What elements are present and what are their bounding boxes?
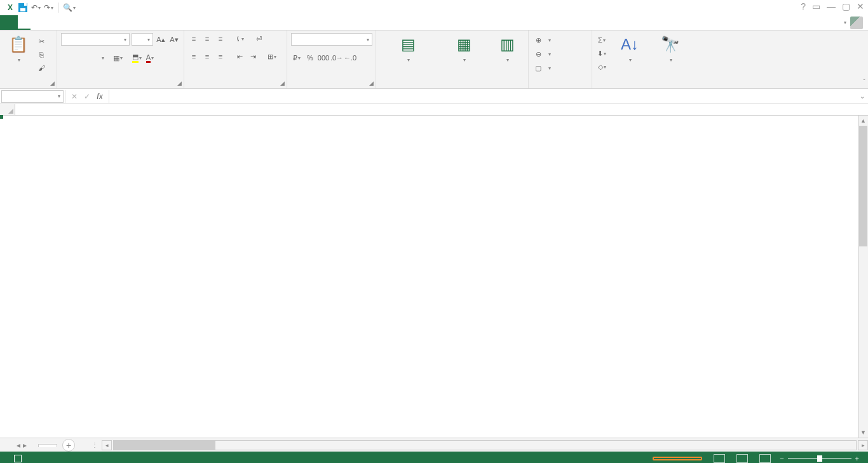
zoom-thumb[interactable] [817,455,822,462]
underline-button[interactable] [88,52,99,64]
maximize-icon[interactable]: ▢ [842,1,850,11]
font-size-combo[interactable]: ▾ [132,33,153,46]
fill-color-icon[interactable]: ⬒▾ [131,52,142,64]
percent-icon[interactable]: % [304,52,316,64]
copy-icon[interactable]: ⎘ [36,49,47,60]
align-top-icon[interactable]: ≡ [188,33,200,44]
find-select-button[interactable]: 🔭 ▾ [652,33,689,63]
macro-record-icon[interactable] [14,455,22,462]
print-preview-icon[interactable]: 🔍▾ [64,3,74,13]
clipboard-icon: 📋 [8,34,29,55]
dialog-launcher-icon[interactable]: ◢ [280,80,285,86]
zoom-control[interactable]: − + [780,455,863,462]
tab-layout[interactable] [43,15,56,30]
increase-font-icon[interactable]: A▴ [155,34,166,45]
save-icon[interactable] [18,3,28,13]
cut-icon[interactable]: ✂ [36,36,47,47]
vertical-scrollbar[interactable]: ▲ ▼ [858,116,868,438]
cancel-formula-icon[interactable]: ✕ [69,92,79,101]
merge-icon[interactable]: ⊞▾ [266,51,278,62]
undo-icon[interactable]: ↶▾ [31,3,41,13]
tab-view[interactable] [94,15,107,30]
select-all-corner[interactable] [0,104,15,115]
bold-button[interactable] [61,52,72,64]
tab-data[interactable] [69,15,81,30]
tab-home[interactable] [18,15,31,30]
dialog-launcher-icon[interactable]: ◢ [177,80,182,86]
expand-formula-bar-icon[interactable]: ⌄ [857,93,868,100]
horizontal-scrollbar[interactable]: ⋮ ◂ ▸ [88,440,868,450]
align-right-icon[interactable]: ≡ [215,51,226,62]
comma-icon[interactable]: 000 [318,52,329,64]
clear-icon[interactable]: ◇▾ [596,61,607,72]
paste-button[interactable]: 📋 ▾ [4,33,33,63]
view-page-layout-icon[interactable] [736,454,748,463]
decrease-font-icon[interactable]: A▾ [168,34,180,45]
align-bottom-icon[interactable]: ≡ [215,33,226,44]
name-box[interactable]: ▾ [1,90,64,103]
scroll-up-icon[interactable]: ▲ [858,116,868,126]
enter-formula-icon[interactable]: ✓ [82,92,92,101]
worksheet-grid[interactable]: ▲ ▼ [0,104,868,438]
font-color-icon[interactable]: A▾ [144,52,156,64]
quick-access-toolbar: X ↶▾ ↷▾ 🔍▾ [0,3,74,13]
dialog-launcher-icon[interactable]: ◢ [369,80,374,86]
delete-cells-button[interactable]: ⊖▾ [532,48,551,60]
sort-filter-button[interactable]: A↓ ▾ [610,33,649,63]
user-account[interactable]: ▾ [839,15,868,30]
cell-styles-button[interactable]: ▥ ▾ [492,33,522,63]
scroll-right-icon[interactable]: ▸ [858,440,868,450]
conditional-formatting-button[interactable]: ▤ ▾ [380,33,436,63]
tab-insert[interactable] [31,15,43,30]
sheet-nav-last-icon[interactable]: ▸ [23,441,27,450]
view-normal-icon[interactable] [714,454,725,463]
tab-file[interactable] [0,15,18,30]
decrease-indent-icon[interactable]: ⇤ [234,51,245,62]
tab-formulas[interactable] [56,15,69,30]
number-format-combo[interactable]: ▾ [291,33,372,46]
fx-icon[interactable]: fx [95,92,105,101]
tab-review[interactable] [81,15,94,30]
cond-format-icon: ▤ [398,34,418,55]
ribbon-options-icon[interactable]: ▭ [812,1,820,11]
sheet-tab[interactable] [38,444,57,447]
group-editing: Σ▾ ⬇▾ ◇▾ A↓ ▾ 🔭 ▾ [592,30,704,88]
tab-scroll-splitter[interactable]: ⋮ [88,441,102,448]
close-icon[interactable]: ✕ [857,1,864,11]
format-painter-icon[interactable]: 🖌 [36,62,47,74]
tab-developer[interactable] [107,15,119,30]
redo-icon[interactable]: ↷▾ [43,3,53,13]
increase-indent-icon[interactable]: ⇥ [247,51,259,62]
orientation-icon[interactable]: ⤹▾ [234,33,245,44]
dialog-launcher-icon[interactable]: ◢ [50,80,55,86]
help-icon[interactable]: ? [801,1,806,11]
currency-icon[interactable]: ₽▾ [291,52,302,64]
format-as-table-button[interactable]: ▦ ▾ [438,33,489,63]
zoom-out-icon[interactable]: − [780,455,783,462]
view-page-break-icon[interactable] [759,454,771,463]
sheet-nav-first-icon[interactable]: ◂ [17,441,20,450]
align-center-icon[interactable]: ≡ [201,51,213,62]
increase-decimal-icon[interactable]: .0→ [331,52,342,64]
add-sheet-button[interactable]: + [62,439,75,452]
insert-cells-button[interactable]: ⊕▾ [532,34,551,46]
align-middle-icon[interactable]: ≡ [201,33,213,44]
font-name-combo[interactable]: ▾ [61,33,130,46]
wrap-text-icon[interactable]: ⏎ [253,33,264,44]
scroll-down-icon[interactable]: ▼ [858,427,868,438]
italic-button[interactable] [74,52,86,64]
formula-bar: ▾ ✕ ✓ fx ⌄ [0,89,868,104]
autosum-icon[interactable]: Σ▾ [596,34,607,46]
format-cells-button[interactable]: ▢▾ [532,62,551,74]
border-icon[interactable]: ▦▾ [112,52,123,64]
collapse-ribbon-icon[interactable]: ˇ [863,78,865,86]
decrease-decimal-icon[interactable]: ←.0 [344,52,356,64]
scroll-left-icon[interactable]: ◂ [102,440,112,450]
zoom-in-icon[interactable]: + [855,455,859,462]
scroll-thumb[interactable] [859,126,867,246]
format-cells-icon: ▢ [532,62,544,74]
minimize-icon[interactable]: — [827,1,836,11]
align-left-icon[interactable]: ≡ [188,51,200,62]
fill-icon[interactable]: ⬇▾ [596,48,607,59]
hscroll-thumb[interactable] [114,441,215,450]
